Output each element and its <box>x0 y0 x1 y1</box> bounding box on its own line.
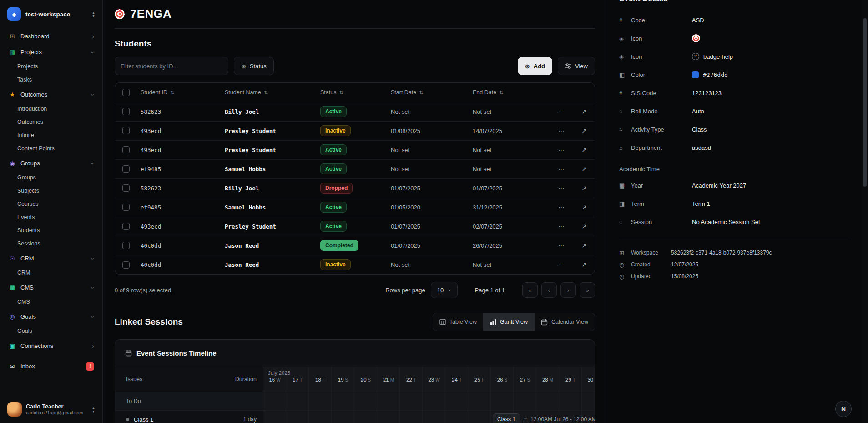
view-options-button[interactable]: View <box>558 57 595 75</box>
row-checkbox[interactable] <box>122 184 130 192</box>
scrollbar-thumb[interactable] <box>863 18 867 187</box>
sidebar-subitem-content-points[interactable]: Content Points <box>5 142 98 155</box>
column-header-status[interactable]: Status⇅ <box>316 83 386 102</box>
sidebar-subitem-cms[interactable]: CMS <box>5 296 98 309</box>
last-page-button[interactable]: » <box>580 282 595 298</box>
selection-count: 0 of 9 row(s) selected. <box>115 287 173 294</box>
end-date-cell: Not set <box>468 255 550 274</box>
row-actions-button[interactable]: ⋯ <box>550 159 573 178</box>
select-all-checkbox[interactable] <box>122 89 130 96</box>
row-checkbox[interactable] <box>122 108 130 115</box>
row-checkbox[interactable] <box>122 204 130 211</box>
gantt-bar[interactable]: Class 1≣12:00AM Jul 26 - 12:00 AM <box>493 413 595 423</box>
row-actions-button[interactable]: ⋯ <box>550 140 573 159</box>
prev-page-button[interactable]: ‹ <box>541 282 557 298</box>
avatar <box>7 402 22 417</box>
sidebar-subitem-students[interactable]: Students <box>5 224 98 237</box>
row-checkbox[interactable] <box>122 261 130 269</box>
next-page-button[interactable]: › <box>560 282 576 298</box>
detail-field-activity-type: ≈Activity TypeClass <box>619 120 850 138</box>
sidebar-subitem-events[interactable]: Events <box>5 211 98 224</box>
sidebar-item-cms[interactable]: ▤CMS› <box>5 280 98 296</box>
row-actions-button[interactable]: ⋯ <box>550 178 573 198</box>
sidebar-item-connections[interactable]: ▣Connections› <box>5 338 98 354</box>
sidebar-item-goals[interactable]: ◎Goals› <box>5 309 98 325</box>
row-checkbox[interactable] <box>122 127 130 134</box>
view-toggle-calendar-view[interactable]: Calendar View <box>534 313 595 331</box>
detail-label: SIS Code <box>631 90 692 97</box>
row-open-button[interactable]: ↗ <box>573 140 595 159</box>
sidebar-subitem-crm[interactable]: CRM <box>5 266 98 280</box>
row-open-button[interactable]: ↗ <box>573 102 595 121</box>
column-header-start-date[interactable]: Start Date⇅ <box>386 83 468 102</box>
student-name-cell: Jason Reed <box>220 255 316 274</box>
rows-per-page-select[interactable]: 10 › <box>431 282 458 298</box>
sidebar-item-outcomes[interactable]: ★Outcomes› <box>5 87 98 102</box>
sort-icon: ⇅ <box>499 90 503 95</box>
sidebar-subitem-outcomes[interactable]: Outcomes <box>5 116 98 129</box>
row-actions-button[interactable]: ⋯ <box>550 217 573 236</box>
floating-n-button[interactable]: N <box>835 401 852 417</box>
chevron-down-icon: › <box>90 162 97 164</box>
table-view-icon <box>439 319 446 325</box>
sidebar-item-dashboard[interactable]: ⊞Dashboard› <box>5 28 98 44</box>
row-open-button[interactable]: ↗ <box>573 178 595 198</box>
sidebar-subitem-sessions[interactable]: Sessions <box>5 237 98 250</box>
linked-sessions-heading: Linked Sessions <box>115 317 183 327</box>
row-actions-button[interactable]: ⋯ <box>550 121 573 140</box>
detail-value: asdasd <box>692 144 850 151</box>
view-toggle-table-view[interactable]: Table View <box>433 313 483 331</box>
row-checkbox[interactable] <box>122 242 130 249</box>
sidebar-subitem-projects[interactable]: Projects <box>5 60 98 73</box>
column-header-student-name[interactable]: Student Name⇅ <box>220 83 316 102</box>
row-open-button[interactable]: ↗ <box>573 159 595 178</box>
row-checkbox[interactable] <box>122 223 130 230</box>
column-header-student-id[interactable]: Student ID⇅ <box>136 83 220 102</box>
sidebar-subitem-introduction[interactable]: Introduction <box>5 102 98 116</box>
user-menu[interactable]: Carlo Teacher carlofern21apr@gmail.com ▲… <box>5 398 98 417</box>
sidebar-item-inbox[interactable]: ✉Inbox! <box>5 358 98 374</box>
row-open-button[interactable]: ↗ <box>573 198 595 217</box>
row-open-button[interactable]: ↗ <box>573 121 595 140</box>
column-header-end-date[interactable]: End Date⇅ <box>468 83 550 102</box>
end-date-cell: 26/07/2025 <box>468 236 550 255</box>
row-checkbox[interactable] <box>122 146 130 153</box>
sidebar-subitem-goals[interactable]: Goals <box>5 325 98 338</box>
sidebar-subitem-groups[interactable]: Groups <box>5 171 98 184</box>
row-open-button[interactable]: ↗ <box>573 236 595 255</box>
row-open-button[interactable]: ↗ <box>573 217 595 236</box>
gantt-group-row[interactable]: To Do <box>115 392 595 411</box>
row-open-button[interactable]: ↗ <box>573 255 595 274</box>
status-filter-button[interactable]: ⊕ Status <box>234 57 274 75</box>
row-actions-button[interactable]: ⋯ <box>550 198 573 217</box>
sidebar-item-projects[interactable]: ▦Projects› <box>5 44 98 60</box>
main-content: 7ENGA Students ⊕ Status ⊕ Add View <box>103 0 607 423</box>
column-label: Status <box>320 89 336 96</box>
task-name[interactable]: Class 1 <box>134 416 243 423</box>
clock-icon: ◷ <box>619 273 631 280</box>
detail-label: Year <box>631 182 692 189</box>
first-page-button[interactable]: « <box>522 282 538 298</box>
gantt-bar-pill[interactable]: Class 1 <box>493 413 520 423</box>
timeline-header: July 202516W17T18F19S20S21M22T23W24T25F2… <box>263 367 595 392</box>
sidebar-subitem-subjects[interactable]: Subjects <box>5 184 98 198</box>
sidebar-item-crm[interactable]: ☉CRM› <box>5 250 98 266</box>
badge-icon: ◈ <box>619 53 631 60</box>
detail-label: Department <box>631 144 692 151</box>
row-actions-button[interactable]: ⋯ <box>550 102 573 121</box>
sidebar-subitem-tasks[interactable]: Tasks <box>5 73 98 87</box>
row-actions-button[interactable]: ⋯ <box>550 255 573 274</box>
view-toggle-gantt-view[interactable]: Gantt View <box>483 313 534 331</box>
add-student-button[interactable]: ⊕ Add <box>518 57 552 75</box>
workspace-switcher[interactable]: ◆ test-workspace ▲▼ <box>5 5 98 28</box>
detail-value: Academic Year 2027 <box>692 182 850 189</box>
filter-students-input[interactable] <box>115 57 228 75</box>
row-checkbox[interactable] <box>122 165 130 173</box>
page-scrollbar[interactable] <box>862 0 868 423</box>
detail-field-session: ◌SessionNo Academic Session Set <box>619 213 850 231</box>
student-name-cell: Jason Reed <box>220 236 316 255</box>
sidebar-subitem-courses[interactable]: Courses <box>5 198 98 211</box>
sidebar-subitem-infinite[interactable]: Infinite <box>5 129 98 142</box>
row-actions-button[interactable]: ⋯ <box>550 236 573 255</box>
sidebar-item-groups[interactable]: ◉Groups› <box>5 155 98 171</box>
